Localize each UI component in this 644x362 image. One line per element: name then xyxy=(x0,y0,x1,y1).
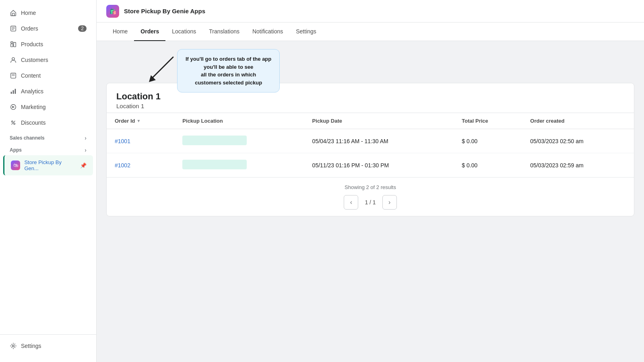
sidebar-item-store-pickup[interactable]: 🛍 Store Pickup By Gen... 📌 xyxy=(3,155,93,175)
prev-page-button[interactable]: ‹ xyxy=(344,195,358,210)
svg-point-17 xyxy=(14,123,15,125)
pickup-location-bar-2 xyxy=(182,160,247,169)
app-logo: 🛍️ xyxy=(106,5,119,18)
svg-rect-5 xyxy=(11,44,13,47)
products-icon xyxy=(10,41,17,48)
sales-channels-label: Sales channels xyxy=(10,135,45,141)
arrow-indicator xyxy=(145,53,177,87)
col-order-id-label: Order Id xyxy=(115,118,135,124)
svg-rect-6 xyxy=(14,43,16,47)
order-created-cell-1: 05/03/2023 02:50 am xyxy=(522,129,634,153)
svg-point-19 xyxy=(12,345,14,347)
next-page-button[interactable]: › xyxy=(382,195,397,210)
sidebar: Home Orders 2 Products Customers C xyxy=(0,0,97,362)
tab-settings[interactable]: Settings xyxy=(289,23,323,41)
order-1002-link[interactable]: #1002 xyxy=(115,162,130,169)
tooltip-text: If you'll go to orders tab of the appyou… xyxy=(186,56,271,86)
sidebar-item-settings-label: Settings xyxy=(21,343,41,349)
page-body: If you'll go to orders tab of the appyou… xyxy=(97,41,644,362)
tab-home[interactable]: Home xyxy=(106,23,134,41)
svg-point-16 xyxy=(12,121,13,123)
apps-label: Apps xyxy=(10,147,22,153)
next-arrow-icon: › xyxy=(388,199,390,206)
sidebar-item-content[interactable]: Content xyxy=(3,68,93,83)
sidebar-item-orders[interactable]: Orders 2 xyxy=(3,21,93,36)
sidebar-item-marketing[interactable]: Marketing xyxy=(3,99,93,115)
order-id-cell-2: #1002 xyxy=(107,153,174,177)
main-content: 🛍️ Store Pickup By Genie Apps Home Order… xyxy=(97,0,644,362)
svg-rect-14 xyxy=(15,89,16,94)
total-price-cell-1: $ 0.00 xyxy=(454,129,522,153)
order-created-cell-2: 05/03/2023 02:59 am xyxy=(522,153,634,177)
sidebar-item-store-pickup-label: Store Pickup By Gen... xyxy=(24,159,76,171)
customers-icon xyxy=(10,56,17,64)
tab-notifications[interactable]: Notifications xyxy=(246,23,289,41)
discounts-icon xyxy=(10,119,17,126)
order-id-cell: #1001 xyxy=(107,129,174,153)
svg-line-20 xyxy=(153,57,173,77)
svg-rect-7 xyxy=(11,42,13,43)
orders-table: Order Id ▼ Pickup Location Pickup Date T… xyxy=(107,113,634,177)
location-card: Location 1 Location 1 Order Id ▼ Pickup … xyxy=(106,83,634,216)
store-pickup-app-icon: 🛍 xyxy=(11,160,20,170)
sales-channels-section[interactable]: Sales channels › xyxy=(3,131,93,143)
app-title: Store Pickup By Genie Apps xyxy=(124,8,205,14)
svg-rect-13 xyxy=(13,90,14,94)
sidebar-bottom: Settings xyxy=(0,334,96,357)
pickup-date-cell-2: 05/11/23 01:16 PM - 01:30 PM xyxy=(304,153,454,177)
sidebar-item-products-label: Products xyxy=(21,41,43,47)
page-indicator: 1 / 1 xyxy=(361,199,379,206)
order-1001-link[interactable]: #1001 xyxy=(115,138,130,144)
sidebar-item-discounts-label: Discounts xyxy=(21,119,45,126)
content-icon xyxy=(10,72,17,79)
location-subtitle: Location 1 xyxy=(116,103,624,109)
col-total-price: Total Price xyxy=(454,113,522,129)
pickup-location-bar xyxy=(182,136,247,145)
sidebar-nav: Home Orders 2 Products Customers C xyxy=(0,5,96,331)
col-order-id[interactable]: Order Id ▼ xyxy=(107,113,174,129)
orders-badge: 2 xyxy=(78,25,87,32)
sidebar-item-marketing-label: Marketing xyxy=(21,104,45,110)
tab-locations[interactable]: Locations xyxy=(165,23,202,41)
svg-rect-0 xyxy=(12,13,14,16)
home-icon xyxy=(10,9,17,16)
sidebar-item-products[interactable]: Products xyxy=(3,37,93,52)
sidebar-item-settings[interactable]: Settings xyxy=(3,338,93,354)
apps-chevron: › xyxy=(85,147,87,153)
marketing-icon xyxy=(10,103,17,111)
col-pickup-location: Pickup Location xyxy=(174,113,304,129)
orders-icon xyxy=(10,25,17,32)
location-title: Location 1 xyxy=(116,91,624,102)
pagination-controls: ‹ 1 / 1 › xyxy=(344,195,396,210)
pin-icon: 📌 xyxy=(80,162,87,169)
sidebar-item-discounts[interactable]: Discounts xyxy=(3,115,93,130)
results-text: Showing 2 of 2 results xyxy=(345,184,396,190)
table-row: #1002 05/11/23 01:16 PM - 01:30 PM $ 0.0… xyxy=(107,153,634,177)
svg-rect-12 xyxy=(11,92,12,94)
sidebar-item-home-label: Home xyxy=(21,10,36,16)
pickup-location-cell-2 xyxy=(174,153,304,177)
tab-orders[interactable]: Orders xyxy=(134,23,165,41)
tab-translations[interactable]: Translations xyxy=(202,23,246,41)
pickup-date-cell-1: 05/04/23 11:16 AM - 11:30 AM xyxy=(304,129,454,153)
app-header: 🛍️ Store Pickup By Genie Apps xyxy=(97,0,644,23)
sidebar-item-analytics[interactable]: Analytics xyxy=(3,84,93,99)
sidebar-item-customers-label: Customers xyxy=(21,57,48,63)
sidebar-item-analytics-label: Analytics xyxy=(21,88,43,95)
sidebar-item-content-label: Content xyxy=(21,72,41,79)
sort-icon: ▼ xyxy=(137,119,141,123)
svg-line-18 xyxy=(12,121,15,125)
sidebar-item-home[interactable]: Home xyxy=(3,5,93,21)
apps-section[interactable]: Apps › xyxy=(3,143,93,155)
col-order-created: Order created xyxy=(522,113,634,129)
sidebar-item-customers[interactable]: Customers xyxy=(3,52,93,68)
tooltip-bubble: If you'll go to orders tab of the appyou… xyxy=(177,49,280,93)
table-header-row: Order Id ▼ Pickup Location Pickup Date T… xyxy=(107,113,634,129)
total-price-cell-2: $ 0.00 xyxy=(454,153,522,177)
sidebar-item-orders-label: Orders xyxy=(21,25,38,32)
col-pickup-date: Pickup Date xyxy=(304,113,454,129)
settings-icon xyxy=(10,342,17,350)
svg-point-8 xyxy=(12,58,14,60)
pagination-bar: Showing 2 of 2 results ‹ 1 / 1 › xyxy=(107,177,634,216)
sales-channels-chevron: › xyxy=(85,135,87,141)
